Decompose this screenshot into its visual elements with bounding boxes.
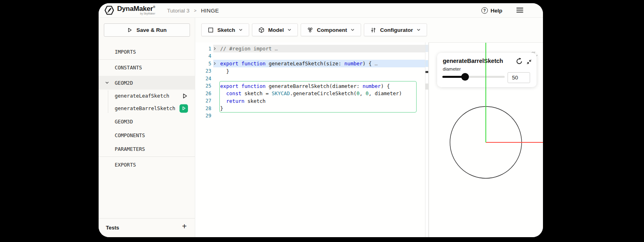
run-active-icon[interactable]: [180, 104, 188, 113]
toolbar-button-label: Component: [317, 27, 347, 33]
chevron-down-icon: [239, 28, 243, 32]
code-line-27[interactable]: 27 return sketch: [195, 97, 425, 105]
code-line-5[interactable]: 5export function generateLeafSketch(size…: [195, 60, 425, 67]
chevron-down-icon: [287, 28, 291, 32]
line-number: 23: [195, 68, 211, 74]
code-text: }: [220, 68, 229, 74]
configurator-icon: [370, 27, 376, 33]
breadcrumb-separator: >: [194, 8, 196, 13]
sidebar-item-label: COMPONENTS: [115, 132, 145, 138]
tests-section: Tests +: [99, 218, 195, 237]
dynamaker-logo-icon: [104, 5, 115, 16]
code-line-23[interactable]: 23 }: [195, 67, 425, 75]
x-axis-line: [486, 142, 543, 143]
code-line-25[interactable]: 25export function generateBarrelSketch(d…: [195, 82, 425, 90]
help-icon: ?: [481, 7, 488, 14]
code-editor[interactable]: 1// #region import …45export function ge…: [195, 42, 429, 237]
line-number: 26: [195, 91, 211, 96]
function-tree: IMPORTSCONSTANTSGEOM2DgenerateLeafSketch…: [99, 45, 195, 171]
line-number: 27: [195, 98, 211, 104]
sidebar-item-generateBarrelSketch[interactable]: generateBarrelSketch: [99, 102, 195, 115]
sidebar-item-constants[interactable]: CONSTANTS: [99, 60, 195, 74]
code-line-24[interactable]: 24: [195, 75, 425, 82]
line-number: 5: [195, 61, 211, 67]
sidebar-item-label: GEOM3D: [115, 119, 133, 125]
toolbar-button-configurator[interactable]: Configurator: [364, 23, 427, 36]
code-line-29[interactable]: 29: [195, 112, 425, 120]
help-label: Help: [491, 8, 502, 14]
sketch-icon: [208, 27, 214, 33]
sidebar: Save & Run IMPORTSCONSTANTSGEOM2Dgenerat…: [99, 18, 195, 237]
sidebar-item-imports[interactable]: IMPORTS: [99, 45, 195, 58]
sidebar-item-label: EXPORTS: [115, 162, 136, 168]
y-axis-line: [485, 43, 486, 142]
reset-icon[interactable]: [516, 58, 523, 65]
parameter-name: diameter: [443, 67, 461, 71]
sidebar-divider: [99, 156, 195, 157]
sidebar-children-group: generateLeafSketchgenerateBarrelSketch: [99, 90, 195, 115]
menu-icon[interactable]: [516, 8, 523, 13]
slider-thumb[interactable]: [461, 73, 469, 81]
line-number: 4: [195, 53, 211, 59]
logo-title: DynaMaker®: [117, 5, 155, 12]
code-text: // #region import …: [220, 46, 278, 52]
sidebar-item-generateLeafSketch[interactable]: generateLeafSketch: [99, 90, 195, 102]
code-text: export function generateBarrelSketch(dia…: [220, 83, 390, 89]
component-icon: [307, 27, 313, 33]
ruler-mark: [425, 45, 428, 52]
app-window: DynaMaker® by SkyMaker Tutorial 3 > HING…: [99, 3, 543, 237]
code-text: const sketch = SKYCAD.generateCircleSket…: [220, 90, 402, 96]
tests-label: Tests: [106, 225, 119, 231]
collapse-icon[interactable]: [526, 59, 532, 65]
app-logo[interactable]: DynaMaker® by SkyMaker: [104, 5, 155, 16]
parameter-card: generateBarrelSketch diameter: [437, 53, 537, 87]
help-button[interactable]: ? Help: [481, 3, 502, 18]
chevron-down-icon: [351, 28, 355, 32]
toolbar-button-label: Model: [268, 27, 284, 33]
play-icon: [127, 27, 132, 33]
save-and-run-button[interactable]: Save & Run: [104, 23, 190, 37]
sketch-preview-panel[interactable]: generateBarrelSketch diameter: [429, 42, 543, 237]
sidebar-item-label: PARAMETERS: [115, 146, 145, 152]
sidebar-item-label: generateLeafSketch: [115, 93, 169, 99]
mode-toolbar: SketchModelComponentConfigurator: [195, 18, 543, 42]
add-test-button[interactable]: +: [182, 222, 187, 231]
code-line-1[interactable]: 1// #region import …: [195, 45, 425, 52]
sidebar-item-components[interactable]: COMPONENTS: [99, 128, 195, 142]
chevron-down-icon: [417, 28, 421, 32]
fold-chevron-icon[interactable]: [211, 62, 218, 65]
line-number: 1: [195, 46, 211, 52]
fold-chevron-icon[interactable]: [211, 47, 218, 50]
breadcrumb: Tutorial 3 > HINGE: [167, 3, 219, 18]
code-line-26[interactable]: 26 const sketch = SKYCAD.generateCircleS…: [195, 90, 425, 97]
sidebar-divider: [99, 59, 195, 60]
line-number: 25: [195, 83, 211, 89]
sidebar-item-label: CONSTANTS: [115, 65, 142, 71]
ruler-mark: [425, 60, 428, 67]
toolbar-button-model[interactable]: Model: [252, 23, 298, 36]
toolbar-button-label: Configurator: [380, 27, 413, 33]
ruler-mark: [425, 83, 428, 90]
sidebar-item-label: generateBarrelSketch: [115, 105, 175, 111]
run-icon[interactable]: [182, 93, 188, 99]
toolbar-button-sketch[interactable]: Sketch: [201, 23, 249, 36]
code-text: export function generateLeafSketch(size:…: [220, 60, 378, 67]
diameter-value-input[interactable]: [508, 72, 530, 83]
card-title: generateBarrelSketch: [443, 58, 503, 64]
breadcrumb-project[interactable]: Tutorial 3: [167, 8, 190, 14]
line-number: 29: [195, 113, 211, 119]
editor-overview-ruler[interactable]: [425, 42, 429, 237]
diameter-slider[interactable]: [442, 76, 505, 78]
code-line-28[interactable]: 28}: [195, 104, 425, 112]
toolbar-button-label: Sketch: [217, 27, 235, 33]
line-number: 24: [195, 76, 211, 81]
sidebar-item-parameters[interactable]: PARAMETERS: [99, 142, 195, 156]
sidebar-item-label: GEOM2D: [115, 80, 133, 86]
sidebar-item-label: IMPORTS: [115, 49, 136, 55]
sidebar-item-geom3d[interactable]: GEOM3D: [99, 115, 195, 128]
toolbar-button-component[interactable]: Component: [301, 23, 361, 36]
code-line-4[interactable]: 4: [195, 52, 425, 60]
sidebar-item-exports[interactable]: EXPORTS: [99, 158, 195, 171]
chevron-down-icon: [105, 80, 109, 86]
sidebar-item-geom2d[interactable]: GEOM2D: [99, 76, 195, 90]
